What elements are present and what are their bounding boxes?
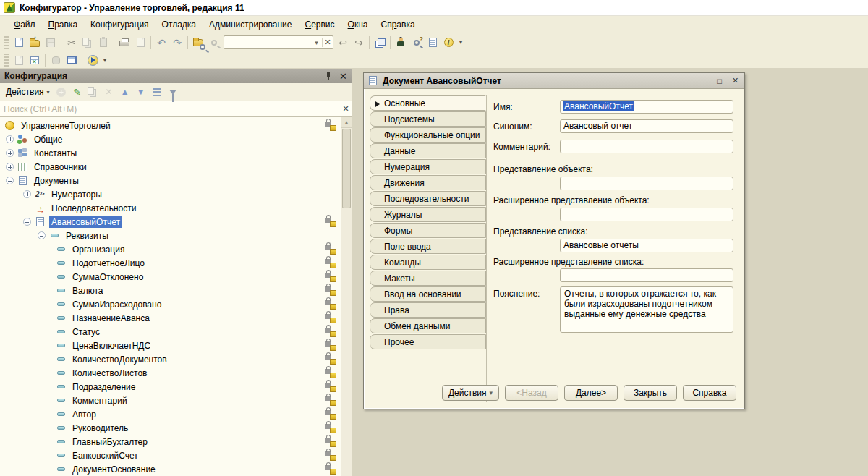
expand-icon[interactable] xyxy=(6,135,14,143)
menu-configuration[interactable]: Конфигурация xyxy=(84,17,156,32)
add-icon[interactable]: + xyxy=(54,85,69,98)
move-up-icon[interactable]: ▲ xyxy=(118,85,132,98)
tree-item-attribute[interactable]: Статус xyxy=(0,325,341,339)
tab-numeraciya[interactable]: Нумерация xyxy=(370,159,486,174)
tree-item-attribute[interactable]: ЦенаВключаетНДС xyxy=(0,339,341,352)
tab-funkcionalnye-opcii[interactable]: Функциональные опции xyxy=(370,127,486,143)
clear-search-icon[interactable]: ✕ xyxy=(322,38,333,47)
tab-komandy[interactable]: Команды xyxy=(370,255,486,270)
list-presentation-field[interactable]: Авансовые отчеты xyxy=(560,239,733,252)
tab-zhurnaly[interactable]: Журналы xyxy=(370,207,486,222)
delete-icon[interactable]: ✕ xyxy=(102,85,116,98)
redo-icon[interactable]: ↷ xyxy=(169,35,185,51)
tab-dannye[interactable]: Данные xyxy=(370,143,486,158)
tree-item-attribute[interactable]: ПодотчетноеЛицо xyxy=(0,256,341,270)
tab-vvod-na-osnovanii[interactable]: Ввод на основании xyxy=(370,286,486,302)
scrollbar-thumb[interactable] xyxy=(342,129,351,208)
configuration-storage-icon[interactable] xyxy=(48,52,64,68)
move-down-icon[interactable]: ▼ xyxy=(134,85,148,98)
close-button[interactable]: Закрыть xyxy=(624,385,677,401)
open-configuration-icon[interactable] xyxy=(11,52,27,68)
tree-item-constants[interactable]: Константы xyxy=(0,146,341,160)
tree-item-attribute[interactable]: ДокументОснование xyxy=(0,462,341,476)
edit-icon[interactable]: ✎ xyxy=(70,85,85,98)
pin-icon[interactable] xyxy=(325,72,332,80)
synonym-field[interactable]: Авансовый отчет xyxy=(560,119,733,133)
templates-icon[interactable] xyxy=(425,35,441,51)
chevron-down-icon[interactable]: ▾ xyxy=(311,39,322,46)
close-icon[interactable]: ✕ xyxy=(338,71,349,82)
open-file-icon[interactable] xyxy=(27,35,43,51)
tree-item-attribute[interactable]: Подразделение xyxy=(0,380,341,394)
tree-item-attribute[interactable]: СуммаОтклонено xyxy=(0,270,341,284)
tree-item-common[interactable]: Общие xyxy=(0,132,341,146)
tree-item-attribute[interactable]: НазначениеАванса xyxy=(0,311,341,325)
actions-button[interactable]: Действия▾ xyxy=(442,385,499,401)
cut-icon[interactable]: ✂ xyxy=(64,35,80,51)
scroll-up-icon[interactable]: ▲ xyxy=(341,117,352,128)
tree-item-attribute[interactable]: Автор xyxy=(0,407,341,421)
tab-formy[interactable]: Формы xyxy=(370,223,486,238)
copy-icon[interactable] xyxy=(80,35,95,51)
collapse-icon[interactable] xyxy=(6,177,14,184)
comment-field[interactable] xyxy=(560,140,733,153)
actions-menu-button[interactable]: Действия ▾ xyxy=(3,85,53,98)
tree-item-avansovyotchet[interactable]: АвансовыйОтчет xyxy=(0,215,341,229)
menu-edit[interactable]: Правка xyxy=(42,17,85,32)
toolbar-grip[interactable] xyxy=(4,36,9,49)
save-icon[interactable] xyxy=(43,35,59,51)
tab-pole-vvoda[interactable]: Поле ввода xyxy=(370,239,486,254)
menu-debug[interactable]: Отладка xyxy=(156,17,203,32)
start-debugging-icon[interactable] xyxy=(85,52,101,68)
tab-makety[interactable]: Макеты xyxy=(370,271,486,286)
about-icon[interactable]: i xyxy=(441,35,456,51)
find-icon[interactable] xyxy=(206,35,222,51)
menu-windows[interactable]: Окна xyxy=(341,17,375,32)
syntax-help-icon[interactable]: ? xyxy=(409,35,425,51)
toolbar-grip[interactable] xyxy=(4,54,9,67)
menu-service[interactable]: Сервис xyxy=(298,17,341,32)
tree-item-attribute[interactable]: КоличествоЛистов xyxy=(0,366,341,380)
tree-item-attribute[interactable]: Организация xyxy=(0,242,341,256)
toolbar-search-input[interactable] xyxy=(224,38,311,48)
next-button[interactable]: Далее> xyxy=(564,385,618,401)
tree-scrollbar[interactable]: ▲ xyxy=(341,117,352,476)
dialog-title-bar[interactable]: Документ АвансовыйОтчет _ □ ✕ xyxy=(364,73,744,89)
tree-item-attribute[interactable]: ГлавныйБухгалтер xyxy=(0,435,341,449)
tree-item-attribute[interactable]: КоличествоДокументов xyxy=(0,352,341,366)
undo-icon[interactable]: ↶ xyxy=(153,35,169,51)
expand-icon[interactable] xyxy=(23,190,31,198)
collapse-icon[interactable] xyxy=(38,231,46,239)
sort-icon[interactable] xyxy=(150,85,164,98)
tab-dvizheniya[interactable]: Движения xyxy=(370,175,486,190)
windows-icon[interactable] xyxy=(372,35,388,51)
debug-overflow-icon[interactable]: ▾ xyxy=(101,52,109,68)
tab-prochee[interactable]: Прочее xyxy=(370,334,486,349)
db-configuration-icon[interactable] xyxy=(27,52,43,68)
tab-prava[interactable]: Права xyxy=(370,302,486,318)
collapse-icon[interactable] xyxy=(23,218,31,226)
menu-file[interactable]: Файл xyxy=(7,17,42,32)
name-field[interactable]: АвансовыйОтчет xyxy=(560,100,733,114)
close-icon[interactable]: ✕ xyxy=(729,75,741,86)
go-back-icon[interactable]: ↩ xyxy=(335,35,351,51)
tree-item-documents[interactable]: Документы xyxy=(0,174,341,187)
tab-osnovnye[interactable]: Основные xyxy=(370,95,486,111)
go-forward-icon[interactable]: ↪ xyxy=(351,35,367,51)
tree-item-numerators[interactable]: 2³⁴ Нумераторы xyxy=(0,187,341,201)
tree-item-attribute[interactable]: Комментарий xyxy=(0,394,341,407)
menu-help[interactable]: Справка xyxy=(374,17,421,32)
tree-search-input[interactable] xyxy=(0,104,340,114)
tree-item-catalogs[interactable]: Справочники xyxy=(0,160,341,174)
expand-icon[interactable] xyxy=(6,149,14,157)
tree-item-attribute[interactable]: БанковскийСчет xyxy=(0,449,341,462)
expand-icon[interactable] xyxy=(6,163,14,171)
tree-item-configuration[interactable]: УправлениеТорговлей xyxy=(0,119,341,132)
menu-administration[interactable]: Администрирование xyxy=(203,17,298,32)
explanation-field[interactable]: Отчеты, в которых отражается то, как был… xyxy=(560,286,733,333)
tab-podsistemy[interactable]: Подсистемы xyxy=(370,111,486,127)
tree-item-attribute[interactable]: Руководитель xyxy=(0,421,341,435)
tree-item-attribute[interactable]: Валюта xyxy=(0,284,341,297)
back-button[interactable]: <Назад xyxy=(505,385,558,401)
tab-obmen-dannymi[interactable]: Обмен данными xyxy=(370,318,486,333)
